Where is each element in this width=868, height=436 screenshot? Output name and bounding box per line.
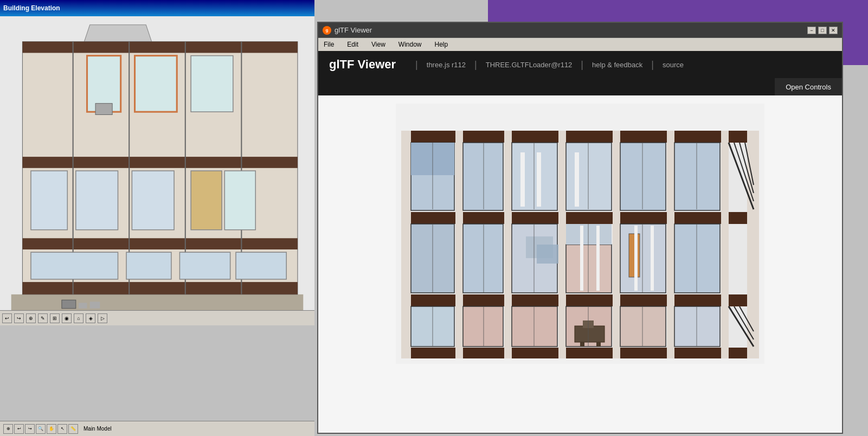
toolbar-icon-7[interactable]: ⌂ [74, 313, 83, 323]
menu-help[interactable]: Help [433, 40, 451, 49]
toolbar-icon-6[interactable]: ◉ [62, 313, 72, 323]
svg-rect-61 [620, 224, 666, 293]
svg-rect-25 [62, 300, 76, 309]
building-facade-svg [0, 16, 314, 325]
svg-rect-66 [634, 226, 638, 291]
menu-edit[interactable]: Edit [345, 40, 361, 49]
svg-rect-33 [401, 348, 759, 358]
svg-rect-74 [620, 306, 666, 347]
toolbar-icon-9[interactable]: ▷ [98, 313, 107, 323]
nav-gltfloader-link[interactable]: THREE.GLTFLoader@r112 [486, 61, 573, 69]
svg-marker-1 [84, 25, 151, 42]
svg-rect-27 [90, 302, 100, 308]
svg-rect-49 [520, 152, 525, 207]
toolbar-icon-2[interactable]: ↪ [14, 313, 24, 323]
svg-rect-4 [22, 42, 298, 53]
svg-rect-41 [747, 131, 759, 358]
svg-rect-5 [22, 157, 298, 168]
tb-select[interactable]: ↖ [57, 424, 67, 434]
model-name-label: Main Model [83, 426, 112, 432]
svg-rect-48 [674, 143, 720, 210]
cad-statusbar: ⊕ ↩ ↪ 🔍 ✋ ↖ 📏 Main Model [0, 421, 314, 436]
svg-rect-78 [596, 342, 601, 347]
menu-view[interactable]: View [369, 40, 388, 49]
gltf-app-icon: g [323, 26, 331, 35]
svg-rect-50 [537, 152, 541, 207]
svg-rect-7 [22, 282, 298, 294]
nav-threejs-link[interactable]: three.js r112 [427, 61, 466, 69]
toolbar-icon-8[interactable]: ◈ [86, 313, 95, 323]
svg-rect-59 [566, 245, 612, 293]
tb-pan[interactable]: ✋ [47, 424, 56, 434]
toolbar-icon-5[interactable]: ⊞ [50, 313, 60, 323]
nav-help-feedback-link[interactable]: help & feedback [592, 61, 642, 69]
cad-toolbar: ↩ ↪ ⊕ ✎ ⊞ ◉ ⌂ ◈ ▷ [0, 310, 314, 325]
tb-zoom[interactable]: 🔍 [36, 424, 46, 434]
svg-rect-64 [580, 226, 583, 291]
svg-rect-23 [179, 252, 230, 279]
svg-rect-32 [401, 294, 759, 306]
tb-undo[interactable]: ↩ [14, 424, 24, 434]
svg-rect-60 [566, 224, 612, 245]
svg-rect-71 [463, 306, 503, 347]
svg-rect-46 [566, 143, 612, 210]
toolbar-icon-4[interactable]: ✎ [38, 313, 48, 323]
tb-snap[interactable]: ⊕ [3, 424, 13, 434]
svg-rect-39 [667, 131, 674, 358]
svg-rect-18 [132, 171, 174, 230]
gltf-title: glTF Viewer [335, 26, 807, 34]
svg-rect-26 [79, 303, 87, 308]
cad-window: Building Elevation [0, 0, 314, 325]
svg-rect-47 [620, 143, 666, 210]
window-controls: − □ ✕ [807, 27, 838, 34]
gltf-viewport[interactable] [318, 95, 842, 433]
svg-rect-37 [558, 131, 566, 358]
svg-rect-13 [135, 56, 177, 112]
gltf-titlebar: g glTF Viewer − □ ✕ [318, 23, 842, 38]
svg-rect-31 [401, 212, 759, 224]
open-controls-button[interactable]: Open Controls [775, 78, 842, 95]
svg-rect-17 [76, 171, 118, 230]
svg-rect-6 [22, 238, 298, 249]
nav-source-link[interactable]: source [663, 61, 684, 69]
nav-brand: glTF Viewer [329, 57, 396, 72]
nav-sep-1: | [415, 59, 418, 70]
gltf-content: Open Controls [318, 78, 842, 433]
svg-rect-51 [575, 152, 579, 207]
cad-titlebar: Building Elevation [0, 0, 314, 16]
toolbar-icon-1[interactable]: ↩ [2, 313, 12, 323]
tb-redo[interactable]: ↪ [25, 424, 35, 434]
nav-sep-2: | [474, 59, 477, 70]
minimize-button[interactable]: − [807, 27, 816, 34]
svg-rect-35 [455, 131, 463, 358]
svg-rect-14 [191, 56, 233, 112]
svg-rect-65 [596, 226, 600, 291]
svg-rect-34 [401, 131, 411, 358]
svg-rect-20 [224, 171, 255, 230]
toolbar-icon-3[interactable]: ⊕ [26, 313, 36, 323]
svg-rect-76 [575, 326, 605, 342]
svg-rect-24 [236, 252, 286, 279]
svg-rect-44 [463, 143, 503, 210]
gltf-navbar: glTF Viewer | three.js r112 | THREE.GLTF… [318, 51, 842, 78]
svg-rect-72 [512, 306, 557, 347]
svg-rect-75 [674, 306, 720, 347]
svg-rect-77 [580, 342, 584, 347]
svg-rect-36 [504, 131, 512, 358]
svg-rect-67 [651, 226, 654, 291]
svg-rect-38 [613, 131, 620, 358]
svg-rect-30 [401, 131, 759, 143]
nav-sep-3: | [581, 59, 583, 70]
svg-rect-45 [512, 143, 557, 210]
gltf-window: g glTF Viewer − □ ✕ File Edit View Windo… [317, 22, 843, 434]
maximize-button[interactable]: □ [818, 27, 827, 34]
open-controls-bar: Open Controls [318, 78, 842, 95]
close-button[interactable]: ✕ [829, 27, 838, 34]
menu-window[interactable]: Window [396, 40, 424, 49]
tb-measure[interactable]: 📏 [68, 424, 78, 434]
gltf-menubar: File Edit View Window Help [318, 38, 842, 51]
nav-sep-4: | [651, 59, 654, 70]
svg-rect-22 [126, 252, 171, 279]
svg-rect-69 [537, 245, 558, 264]
menu-file[interactable]: File [322, 40, 336, 49]
